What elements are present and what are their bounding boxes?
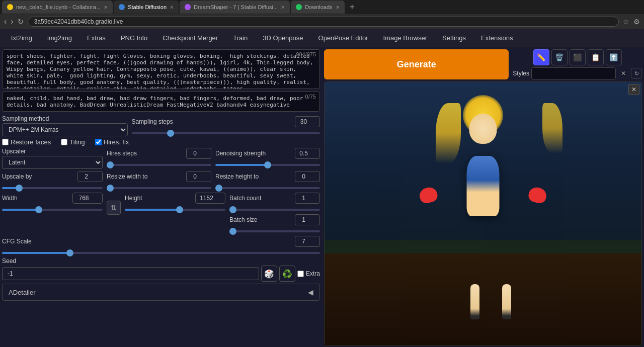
resize-height-slider[interactable] (215, 187, 320, 189)
negative-prompt-input[interactable]: naked, child, bad hand, bad draw, bad dr… (2, 92, 320, 112)
tiling-input[interactable] (61, 139, 67, 145)
back-btn[interactable]: ‹ (4, 17, 7, 26)
nav-txt2img[interactable]: txt2img (4, 31, 39, 45)
edit-icon-btn[interactable]: ✏️ (533, 49, 549, 65)
tab-colab[interactable]: new_colab_file.ipynb - Collabora... ✕ (2, 1, 113, 14)
nav-extras[interactable]: Extras (80, 31, 113, 45)
tab-label-dl: Downloads (305, 4, 332, 10)
nav-imagebrowser[interactable]: Image Browser (376, 31, 434, 45)
height-value[interactable] (195, 193, 225, 204)
restore-faces-checkbox[interactable]: Restore faces (2, 138, 51, 146)
generate-btn[interactable]: Generate (324, 49, 509, 79)
denoising-slider[interactable] (215, 164, 320, 166)
toolbar-area: ✏️ 🗑️ ⬛ 📋 ⬆️ Styles ✕ ↻ (513, 49, 642, 79)
tab-bar: new_colab_file.ipynb - Collabora... ✕ St… (0, 0, 644, 14)
extra-input[interactable] (297, 271, 304, 277)
hires-steps-slider[interactable] (107, 164, 211, 166)
tiling-checkbox[interactable]: Tiling (61, 138, 85, 146)
seed-dice-btn[interactable]: 🎲 (261, 266, 277, 282)
hires-fix-input[interactable] (95, 139, 102, 145)
nav-openpose[interactable]: OpenPose Editor (311, 31, 375, 45)
styles-refresh-btn[interactable]: ↻ (631, 68, 642, 79)
tab-close-sd[interactable]: ✕ (170, 5, 174, 10)
resize-height-value[interactable] (295, 171, 320, 182)
tab-close-colab[interactable]: ✕ (104, 5, 108, 10)
tab-downloads[interactable]: Downloads ✕ (291, 1, 344, 14)
body (467, 156, 500, 216)
upscale-by-slider[interactable] (2, 187, 103, 189)
hires-steps-value[interactable] (186, 148, 211, 159)
positive-prompt-input[interactable]: sport shoes, fighter, fight, fight Glove… (2, 49, 320, 89)
tab-close-dl[interactable]: ✕ (336, 5, 340, 10)
tab-label-sd: Stable Diffusion (128, 4, 167, 10)
resize-width-group: Resize width to (107, 171, 211, 191)
hires-fix-checkbox[interactable]: Hires. fix (95, 138, 129, 146)
extra-checkbox[interactable]: Extra (297, 270, 320, 277)
nav-checkpoint[interactable]: Checkpoint Merger (155, 31, 225, 45)
dark-icon-btn[interactable]: ⬛ (570, 49, 586, 65)
width-label: Width (2, 195, 18, 202)
height-group: Height (125, 193, 225, 212)
forward-btn[interactable]: › (11, 17, 13, 26)
batch-size-slider[interactable] (229, 230, 320, 232)
styles-label: Styles (513, 70, 529, 77)
delete-icon-btn[interactable]: 🗑️ (551, 49, 568, 65)
sampling-steps-value[interactable] (295, 116, 320, 127)
image-background (325, 82, 641, 345)
styles-row: Styles ✕ ↻ (513, 67, 642, 79)
nav-pnginfo[interactable]: PNG Info (114, 31, 154, 45)
nav-settings[interactable]: Settings (435, 31, 473, 45)
bg-floor (325, 253, 641, 345)
tab-dreamshaper[interactable]: DreamShaper - 7 | Stable Diffusi... ✕ (180, 1, 290, 14)
restore-faces-input[interactable] (2, 139, 9, 145)
batch-size-value[interactable] (295, 214, 320, 225)
extensions-btn[interactable]: ⚙ (633, 18, 640, 26)
cfg-slider[interactable] (2, 252, 320, 254)
checkboxes-row: Restore faces Tiling Hires. fix (0, 137, 322, 147)
batch-count-label: Batch count (229, 195, 261, 202)
upscaler-select[interactable]: Latent (2, 156, 103, 169)
denoising-value[interactable] (295, 148, 320, 159)
resize-width-value[interactable] (186, 171, 211, 182)
nav-img2img[interactable]: img2img (40, 31, 79, 45)
nav-extensions[interactable]: Extensions (474, 31, 520, 45)
batch-count-value[interactable] (295, 193, 320, 204)
hires-fix-label: Hires. fix (104, 138, 129, 146)
styles-clear-btn[interactable]: ✕ (618, 68, 629, 79)
width-value[interactable] (72, 193, 103, 204)
sampling-method-select[interactable]: DPM++ 2M Karras (2, 123, 128, 136)
image-close-btn[interactable]: ✕ (628, 84, 639, 95)
cfg-value[interactable] (295, 236, 320, 247)
resize-height-label: Resize height to (215, 173, 259, 180)
upscaler-group: Upscaler Latent (2, 148, 103, 169)
seed-input[interactable] (2, 267, 259, 280)
seed-recycle-btn[interactable]: ♻️ (279, 266, 295, 282)
upload-icon-btn[interactable]: ⬆️ (606, 49, 622, 65)
styles-input[interactable] (531, 67, 616, 79)
address-input[interactable] (28, 17, 619, 27)
nav-train[interactable]: Train (226, 31, 255, 45)
new-tab-btn[interactable]: + (350, 2, 355, 13)
height-slider[interactable] (125, 209, 225, 211)
resize-width-slider[interactable] (107, 187, 211, 189)
swap-dimensions-btn[interactable]: ⇅ (107, 201, 121, 215)
copy-icon-btn[interactable]: 📋 (588, 49, 604, 65)
nav-3dopenpose[interactable]: 3D Openpose (256, 31, 310, 45)
tab-icon-colab (7, 4, 13, 10)
swap-btn-group: ⇅ (107, 201, 121, 215)
width-slider[interactable] (2, 209, 103, 211)
batch-count-slider[interactable] (229, 209, 320, 211)
adetailer-row[interactable]: ADetailer ◀ (2, 284, 320, 301)
upscale-by-value[interactable] (77, 171, 103, 182)
tab-stable-diffusion[interactable]: Stable Diffusion ✕ (114, 1, 179, 14)
sampling-steps-slider[interactable] (132, 132, 320, 134)
denoising-header: Denoising strength (215, 148, 320, 159)
cfg-label: CFG Scale (2, 238, 32, 245)
tab-close-ds[interactable]: ✕ (281, 5, 285, 10)
hires-steps-label: Hires steps (107, 150, 137, 157)
extra-label: Extra (306, 270, 320, 277)
upscale-by-label: Upscale by (2, 173, 32, 180)
left-panel: sport shoes, fighter, fight, fight Glove… (0, 47, 322, 347)
bookmark-btn[interactable]: ☆ (623, 18, 629, 26)
refresh-btn[interactable]: ↻ (18, 18, 24, 26)
